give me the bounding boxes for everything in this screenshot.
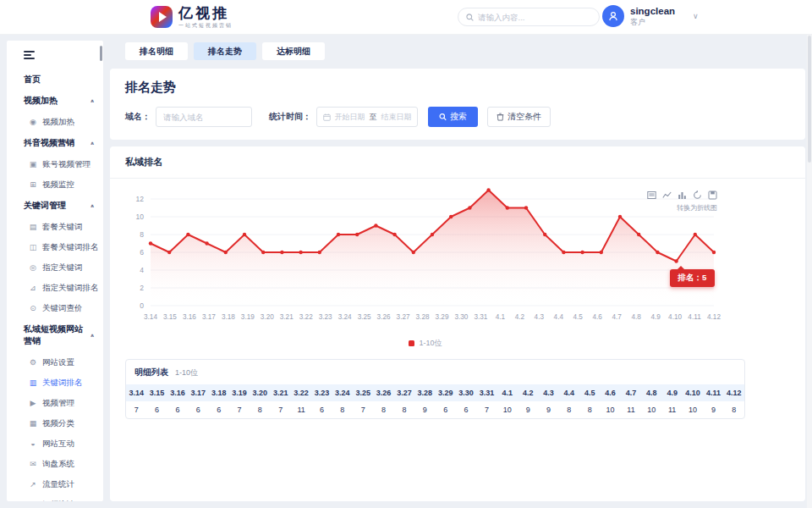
data-view-icon[interactable] (647, 190, 656, 200)
chart-legend[interactable]: 1-10位 (125, 338, 726, 349)
table-value-cell: 10 (600, 401, 620, 418)
table-value-cell: 8 (332, 401, 353, 418)
menu-collapse-icon[interactable] (24, 51, 35, 59)
sidebar-item-label: 账号视频管理 (42, 159, 91, 170)
sidebar-item[interactable]: ⊿指定关键词排名 (7, 278, 103, 298)
tab-2[interactable]: 达标明细 (262, 42, 325, 60)
ranking-line-chart[interactable]: 0246810123.143.153.163.173.183.193.203.2… (125, 187, 726, 333)
sidebar-item[interactable]: ▣账号视频管理 (7, 154, 103, 174)
user-menu[interactable]: singclean 客户 ∨ (602, 5, 699, 27)
sidebar-item[interactable]: ▶视频管理 (7, 393, 103, 413)
table-value-cell: 9 (703, 401, 723, 418)
table-date-cell: 3.15 (146, 384, 167, 401)
account-video-manage-icon: ▣ (29, 160, 37, 168)
sidebar-item-label: 套餐关键词排名 (42, 242, 99, 253)
keyword-rank-icon: ▥ (29, 378, 37, 387)
sidebar-item[interactable]: ◎指定关键词 (7, 257, 103, 278)
bar-chart-icon[interactable] (678, 190, 687, 200)
tab-1[interactable]: 排名走势 (194, 42, 256, 60)
sidebar-item[interactable]: ⊞视频监控 (7, 174, 103, 195)
table-value-cell: 7 (353, 401, 373, 418)
svg-text:3.30: 3.30 (454, 313, 468, 321)
domain-input[interactable] (156, 107, 252, 127)
sidebar-group-1[interactable]: 抖音视频营销∧ (7, 132, 103, 154)
table-value-cell: 10 (683, 401, 703, 418)
avatar (602, 5, 624, 27)
date-start-placeholder: 开始日期 (335, 112, 365, 123)
table-date-cell: 4.9 (662, 384, 683, 401)
svg-text:4: 4 (140, 266, 144, 274)
clear-filters-button[interactable]: 清空条件 (487, 107, 551, 127)
sidebar-item[interactable]: ◫套餐关键词排名 (7, 237, 103, 257)
sidebar-item[interactable]: ↗流量统计 (7, 474, 103, 494)
svg-text:3.20: 3.20 (261, 313, 274, 321)
svg-text:4.5: 4.5 (573, 313, 584, 321)
date-range-input[interactable]: 开始日期 至 结束日期 (316, 107, 418, 127)
sidebar-item[interactable]: ✉询盘系统 (7, 454, 103, 474)
svg-text:3.29: 3.29 (436, 313, 449, 321)
sidebar-item-label: 视频管理 (42, 398, 74, 409)
trash-icon (497, 113, 504, 121)
svg-text:3.18: 3.18 (222, 313, 235, 321)
keyword-price-icon: ⊙ (29, 304, 37, 312)
tab-0[interactable]: 排名明细 (125, 42, 188, 60)
table-date-cell: 4.1 (497, 384, 518, 401)
save-image-icon[interactable] (708, 190, 717, 200)
table-date-cell: 3.22 (291, 384, 311, 401)
table-date-cell: 3.27 (394, 384, 414, 401)
global-search-input[interactable] (478, 13, 591, 22)
table-date-cell: 3.31 (476, 384, 497, 401)
table-value-cell: 7 (476, 401, 497, 418)
sidebar-item-home[interactable]: 首页 (7, 69, 103, 90)
sidebar-item[interactable]: ⊙关键词查价 (7, 298, 103, 318)
legend-marker (409, 340, 414, 346)
detail-table-subtitle: 1-10位 (175, 367, 198, 378)
sidebar-scrollbar[interactable] (100, 46, 102, 61)
chart-toolbox: 转换为折线图 (647, 190, 717, 213)
table-date-cell: 4.4 (559, 384, 579, 401)
table-date-cell: 3.23 (311, 384, 332, 401)
window-scrollbar[interactable] (807, 0, 812, 508)
panel-title: 私域排名 (110, 146, 805, 179)
sidebar-item[interactable]: ▦视频分类 (7, 413, 103, 433)
sidebar: 首页 视频加热∧◉视频加热抖音视频营销∧▣账号视频管理⊞视频监控关键词管理∧▤套… (7, 41, 103, 501)
page-title: 排名走势 (125, 80, 790, 96)
svg-text:2: 2 (140, 284, 144, 292)
sidebar-item[interactable]: ◉视频加热 (7, 112, 103, 132)
search-button[interactable]: 搜索 (428, 107, 478, 127)
sidebar-group-0[interactable]: 视频加热∧ (7, 90, 103, 112)
detail-table: 明细列表 1-10位 3.143.153.163.173.183.193.203… (125, 359, 745, 419)
svg-text:3.27: 3.27 (397, 313, 410, 321)
sidebar-item[interactable]: ▥关键词排名 (7, 373, 103, 393)
svg-text:10: 10 (136, 213, 145, 221)
svg-text:4.7: 4.7 (612, 313, 622, 321)
package-keyword-icon: ▤ (29, 223, 37, 231)
svg-text:3.31: 3.31 (474, 313, 487, 321)
svg-text:6: 6 (140, 248, 144, 257)
sidebar-group-3[interactable]: 私域短视频网站营销∧ (7, 318, 103, 352)
detail-table-title: 明细列表 (134, 367, 168, 378)
table-value-cell: 11 (291, 401, 311, 418)
chevron-down-icon: ∨ (693, 12, 699, 20)
sidebar-item[interactable]: ◒网站互动 (7, 433, 103, 454)
table-date-cell: 3.30 (456, 384, 476, 401)
line-chart-icon[interactable] (662, 190, 672, 200)
window-scrollbar-thumb[interactable] (808, 36, 811, 163)
sidebar-item[interactable]: ◨视频统计 (7, 494, 103, 501)
table-value-cell: 10 (641, 401, 661, 418)
svg-text:3.28: 3.28 (416, 313, 430, 321)
table-value-cell: 11 (621, 401, 641, 418)
chart-tooltip: 排名：5 (670, 269, 716, 287)
table-value-cell: 6 (188, 401, 208, 418)
sidebar-group-2[interactable]: 关键词管理∧ (7, 195, 103, 217)
restore-icon[interactable] (693, 190, 702, 200)
sidebar-item[interactable]: ⚙网站设置 (7, 352, 103, 373)
logo-play-icon (151, 6, 173, 28)
svg-text:3.26: 3.26 (377, 313, 391, 321)
user-name: singclean (630, 5, 675, 17)
inquiry-system-icon: ✉ (29, 460, 37, 468)
global-search[interactable] (458, 8, 600, 26)
table-date-cell: 3.25 (353, 384, 373, 401)
table-value-cell: 7 (229, 401, 250, 418)
sidebar-item[interactable]: ▤套餐关键词 (7, 217, 103, 237)
